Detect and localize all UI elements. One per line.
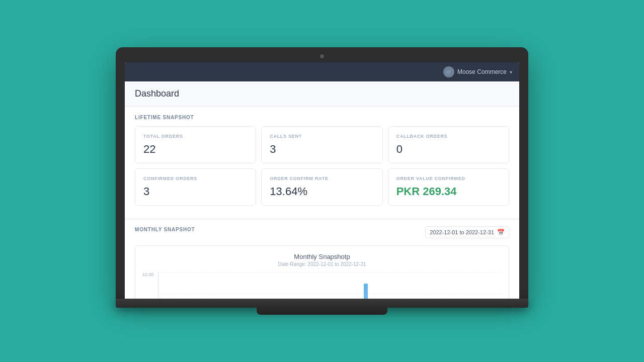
total-orders-card: TOTAL ORDERS 22 (135, 126, 256, 163)
page-header: Dashboard (125, 81, 519, 107)
confirmed-orders-card: CONFIRMED ORDERS 3 (135, 168, 256, 206)
lifetime-snapshot-label: LIFETIME SNAPSHOT (135, 115, 509, 120)
y-axis: 10.00 8.00 6.00 (142, 272, 158, 299)
calls-sent-label: CALLS SENT (270, 134, 374, 139)
laptop-screen: 🛒 Moose Commerce ▾ Dashboard LIFETIME SN… (125, 62, 519, 299)
callback-orders-value: 0 (396, 143, 501, 156)
monthly-snapshot-label: MONTHLY SNAPSHOT (135, 227, 195, 232)
nav-chevron-icon: ▾ (510, 69, 512, 75)
laptop-wrapper: 🛒 Moose Commerce ▾ Dashboard LIFETIME SN… (116, 47, 528, 315)
chart-bars (158, 272, 502, 299)
laptop-stand (257, 308, 387, 315)
bar-8-tall (364, 284, 368, 299)
calls-sent-value: 3 (270, 143, 374, 156)
callback-orders-label: CALLBACK ORDERS (396, 134, 501, 139)
monthly-snapshot-header: MONTHLY SNAPSHOT 2022-12-01 to 2022-12-3… (135, 226, 509, 238)
callback-orders-card: CALLBACK ORDERS 0 (388, 126, 509, 163)
laptop-camera (320, 54, 324, 58)
stats-row-2: CONFIRMED ORDERS 3 ORDER CONFIRM RATE 13… (135, 168, 509, 206)
chart-area: 10.00 8.00 6.00 (142, 272, 502, 299)
chart-container: Monthly Snapshotp Date Range: 2022-12-01… (135, 245, 509, 299)
order-value-confirmed-value: PKR 269.34 (396, 185, 501, 198)
laptop-body: 🛒 Moose Commerce ▾ Dashboard LIFETIME SN… (116, 47, 528, 299)
page-title: Dashboard (135, 88, 509, 99)
chart-title: Monthly Snapshotp (142, 253, 502, 260)
brand-name: Moose Commerce (457, 68, 507, 75)
confirmed-orders-value: 3 (143, 185, 248, 198)
monthly-snapshot-section: MONTHLY SNAPSHOT 2022-12-01 to 2022-12-3… (125, 219, 519, 299)
lifetime-snapshot-section: LIFETIME SNAPSHOT TOTAL ORDERS 22 CALLS … (125, 107, 519, 219)
y-axis-10: 10.00 (142, 272, 154, 277)
order-value-confirmed-card: ORDER VALUE CONFIRMED PKR 269.34 (388, 168, 509, 206)
stats-row-1: TOTAL ORDERS 22 CALLS SENT 3 CALLBACK OR… (135, 126, 509, 163)
calls-sent-card: CALLS SENT 3 (261, 126, 382, 163)
laptop-base (116, 299, 528, 308)
order-confirm-rate-label: ORDER CONFIRM RATE (270, 176, 374, 181)
confirmed-orders-label: CONFIRMED ORDERS (143, 176, 248, 181)
nav-brand[interactable]: 🛒 Moose Commerce ▾ (443, 66, 512, 77)
date-range-picker[interactable]: 2022-12-01 to 2022-12-31 📅 (425, 226, 509, 238)
chart-plot (158, 272, 502, 299)
order-confirm-rate-value: 13.64% (270, 185, 374, 198)
content-area: Dashboard LIFETIME SNAPSHOT TOTAL ORDERS… (125, 81, 519, 299)
total-orders-value: 22 (143, 143, 248, 156)
nav-avatar: 🛒 (443, 66, 454, 77)
order-value-confirmed-label: ORDER VALUE CONFIRMED (396, 176, 501, 181)
top-nav: 🛒 Moose Commerce ▾ (125, 62, 519, 81)
calendar-icon: 📅 (497, 229, 505, 236)
app-container: 🛒 Moose Commerce ▾ Dashboard LIFETIME SN… (125, 62, 519, 299)
chart-subtitle: Date Range: 2022-12-01 to 2022-12-31 (142, 261, 502, 267)
order-confirm-rate-card: ORDER CONFIRM RATE 13.64% (261, 168, 382, 206)
date-range-value: 2022-12-01 to 2022-12-31 (430, 229, 494, 235)
total-orders-label: TOTAL ORDERS (143, 134, 248, 139)
